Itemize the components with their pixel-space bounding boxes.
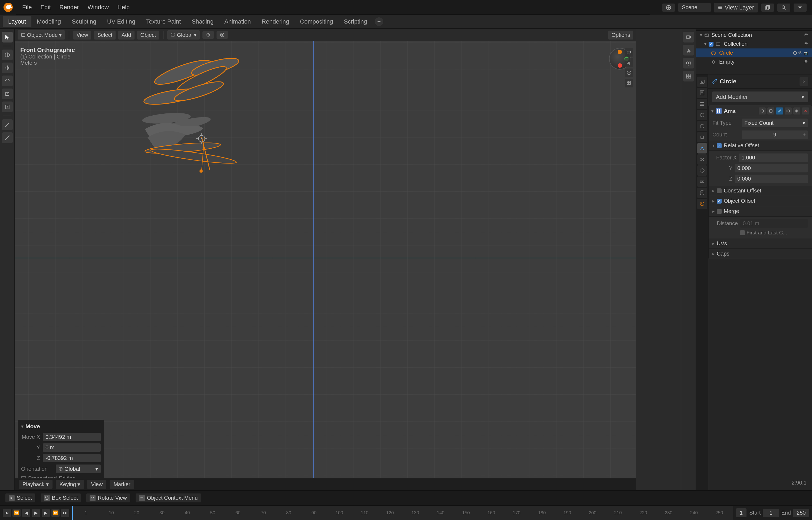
scale-tool-btn[interactable]: [2, 88, 13, 99]
outliner-collection[interactable]: ▾ Collection 👁: [696, 40, 812, 48]
jump-start-btn[interactable]: ⏮: [3, 509, 11, 517]
move-y-input[interactable]: 0 m: [43, 443, 101, 452]
tab-shading[interactable]: Shading: [186, 16, 219, 27]
prop-tab-modifier[interactable]: [697, 143, 707, 154]
constant-offset-toggle[interactable]: ▸ Constant Offset: [709, 186, 812, 196]
add-menu-btn[interactable]: Add: [118, 31, 134, 40]
transform-tool-btn[interactable]: [2, 102, 13, 112]
main-viewport[interactable]: Front Orthographic (1) Collection | Circ…: [15, 29, 636, 506]
modifier-realtime-icon[interactable]: [759, 107, 766, 114]
timeline-cursor[interactable]: [72, 506, 73, 520]
viewport-film-icon[interactable]: [625, 69, 633, 77]
snap-button[interactable]: [203, 31, 214, 39]
view-btn[interactable]: View: [87, 480, 106, 489]
prev-keyframe-btn[interactable]: ◀: [22, 509, 30, 517]
marker-btn[interactable]: Marker: [110, 480, 134, 489]
move-z-input[interactable]: -0.78392 m: [43, 454, 101, 462]
properties-close-icon[interactable]: ✕: [800, 77, 808, 86]
collection-visibility-check[interactable]: [709, 42, 713, 47]
tab-layout[interactable]: Layout: [3, 16, 31, 27]
n-grid-btn[interactable]: [683, 71, 694, 81]
view-layer-selector[interactable]: View Layer: [714, 3, 758, 12]
prop-tab-output[interactable]: [697, 88, 707, 98]
tab-animation[interactable]: Animation: [219, 16, 256, 27]
merge-checkbox[interactable]: [717, 209, 722, 214]
relative-offset-checkbox[interactable]: [717, 143, 722, 148]
modifier-delete-icon[interactable]: ✕: [802, 107, 809, 114]
edit-menu[interactable]: Edit: [36, 2, 54, 12]
object-menu-btn[interactable]: Object: [137, 31, 159, 40]
next-keyframe-btn[interactable]: ▶: [42, 509, 50, 517]
factor-y-input[interactable]: 0.000: [735, 164, 808, 173]
circle-eye[interactable]: 👁: [798, 51, 803, 55]
add-workspace-button[interactable]: +: [375, 17, 383, 26]
keying-btn[interactable]: Keying ▾: [56, 480, 84, 489]
select-status-btn[interactable]: Select: [5, 493, 35, 502]
n-hand-btn[interactable]: [683, 45, 694, 55]
viewport-hand-icon[interactable]: [625, 58, 633, 67]
start-frame-input[interactable]: 1: [763, 509, 779, 517]
play-btn[interactable]: ▶: [32, 509, 40, 517]
rotate-tool-btn[interactable]: [2, 76, 13, 86]
prop-tab-constraints[interactable]: [697, 177, 707, 187]
transform-space-selector[interactable]: Global ▾: [167, 30, 200, 40]
n-camera-btn[interactable]: [683, 32, 694, 43]
box-select-status-btn[interactable]: Box Select: [41, 493, 81, 502]
prop-tab-render[interactable]: [697, 77, 707, 87]
prop-tab-world[interactable]: [697, 121, 707, 131]
merge-toggle[interactable]: ▸ Merge: [709, 206, 812, 216]
scene-collection-eye[interactable]: 👁: [804, 33, 808, 37]
next-frame-btn[interactable]: ⏩: [51, 509, 59, 517]
tab-scripting[interactable]: Scripting: [339, 16, 373, 27]
tab-rendering[interactable]: Rendering: [256, 16, 295, 27]
copy-button[interactable]: [761, 3, 774, 11]
relative-offset-toggle[interactable]: ▾ Relative Offset: [709, 140, 812, 151]
annotate-tool-btn[interactable]: [2, 120, 13, 130]
move-x-input[interactable]: 0.34492 m: [43, 433, 101, 441]
object-offset-toggle[interactable]: ▸ Object Offset: [709, 196, 812, 206]
jump-end-btn[interactable]: ⏭: [61, 509, 69, 517]
current-frame-display[interactable]: 1: [736, 509, 746, 517]
timeline-ruler[interactable]: 1 10 20 30 40 50 60 70 80 90 100 110 120…: [72, 506, 733, 520]
tab-sculpting[interactable]: Sculpting: [66, 16, 102, 27]
factor-z-input[interactable]: 0.000: [735, 175, 808, 183]
prop-tab-material[interactable]: [697, 199, 707, 209]
object-mode-selector[interactable]: Object Mode ▾: [18, 30, 65, 40]
rotate-view-status-btn[interactable]: Rotate View: [86, 493, 130, 502]
object-offset-checkbox[interactable]: [717, 199, 722, 204]
constant-offset-checkbox[interactable]: [717, 188, 722, 193]
viewport-grid-icon[interactable]: [625, 79, 633, 87]
empty-eye[interactable]: 👁: [804, 59, 808, 64]
viewport-camera-icon[interactable]: [625, 48, 633, 57]
modifier-cage-icon[interactable]: [785, 107, 792, 114]
tab-texture-paint[interactable]: Texture Paint: [141, 16, 186, 27]
first-last-checkbox[interactable]: [740, 230, 745, 235]
factor-x-input[interactable]: 1.000: [739, 154, 808, 162]
fit-type-selector[interactable]: Fixed Count ▾: [742, 119, 808, 127]
add-modifier-button[interactable]: Add Modifier ▾: [712, 92, 808, 102]
outliner-circle[interactable]: Circle 👁 📷: [696, 48, 812, 57]
circle-restrict-icon[interactable]: [793, 51, 797, 55]
count-input[interactable]: 9 +: [742, 130, 808, 139]
measure-tool-btn[interactable]: [2, 132, 13, 143]
filter-button[interactable]: [793, 3, 807, 11]
move-tool-btn[interactable]: [2, 62, 13, 73]
modifier-expand-arrow[interactable]: ▾: [711, 108, 713, 114]
uvs-toggle[interactable]: ▸ UVs: [709, 238, 812, 249]
n-film-btn[interactable]: [683, 58, 694, 69]
object-context-btn[interactable]: Object Context Menu: [136, 493, 201, 502]
proportional-edit-btn[interactable]: [216, 31, 228, 39]
engine-selector[interactable]: [662, 3, 675, 11]
collection-eye[interactable]: 👁: [804, 42, 808, 47]
modifier-settings-icon[interactable]: [793, 107, 801, 114]
window-menu[interactable]: Window: [84, 2, 112, 12]
search-button[interactable]: [777, 3, 790, 11]
options-btn[interactable]: Options: [608, 31, 633, 40]
count-plus[interactable]: +: [803, 132, 806, 137]
outliner-scene-collection[interactable]: ▾ Scene Collection 👁: [696, 31, 812, 40]
tab-modeling[interactable]: Modeling: [31, 16, 66, 27]
outliner-empty[interactable]: Empty 👁: [696, 57, 812, 66]
render-menu[interactable]: Render: [55, 2, 83, 12]
end-frame-input[interactable]: 250: [793, 509, 809, 517]
view-menu-btn[interactable]: View: [73, 31, 91, 40]
